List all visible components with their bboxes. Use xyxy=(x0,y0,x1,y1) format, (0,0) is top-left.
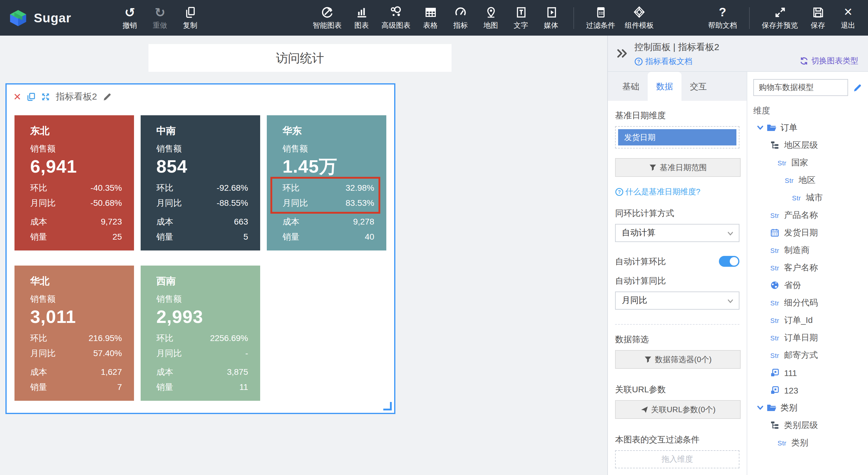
switch-chart-type-link[interactable]: 切换图表类型 xyxy=(800,56,858,66)
tool-label: 高级图表 xyxy=(381,21,410,31)
field-item-类别[interactable]: 类别 xyxy=(753,399,862,416)
field-item-细分代码[interactable]: Str细分代码 xyxy=(753,294,862,311)
row-label: 销量 xyxy=(282,229,300,245)
field-label: 地区层级 xyxy=(784,140,818,151)
settings-content: 基准日期维度 发货日期 基准日期范围 ? 什么是基准日期维度? 同环比计算方式 xyxy=(608,101,747,475)
bar-chart-tool[interactable]: 图表 xyxy=(346,5,377,31)
help-icon: ? xyxy=(719,5,726,19)
map-pin-tool[interactable]: 地图 xyxy=(476,5,506,31)
field-item-邮寄方式[interactable]: Str邮寄方式 xyxy=(753,346,862,364)
field-item-省份[interactable]: 省份 xyxy=(753,277,862,294)
field-item-订单日期[interactable]: Str订单日期 xyxy=(753,329,862,346)
card-row-成本: 成本9,723 xyxy=(30,214,122,229)
selected-widget[interactable]: ✕ 指标看板2 东北销售额6,941环比-40.35%月同比-50.68%成本9… xyxy=(5,83,395,414)
resize-handle-icon[interactable] xyxy=(383,402,392,410)
preview-tool[interactable]: 保存并预览 xyxy=(757,5,803,31)
row-label: 成本 xyxy=(156,214,173,229)
field-item-123[interactable]: 123 xyxy=(753,381,862,399)
field-label: 订单 xyxy=(780,122,797,133)
field-item-城市[interactable]: Str城市 xyxy=(753,189,862,207)
field-item-订单[interactable]: 订单 xyxy=(753,119,862,136)
url-param-button[interactable]: 关联URL参数(0个) xyxy=(615,400,741,419)
redo-tool[interactable]: ↻重做 xyxy=(145,5,175,31)
auto-yoy-select[interactable]: 月同比 xyxy=(615,291,739,310)
field-tree: 订单地区层级Str国家Str地区Str城市Str产品名称发货日期Str制造商St… xyxy=(753,119,862,451)
data-filter-button[interactable]: 数据筛选器(0个) xyxy=(615,350,741,369)
chevron-down-icon[interactable] xyxy=(757,124,764,131)
move-widget-icon[interactable] xyxy=(41,92,51,101)
tool-label: 复制 xyxy=(183,21,197,31)
smart-chart-tool[interactable]: 智能图表 xyxy=(308,5,346,31)
collapse-panel-icon[interactable] xyxy=(616,49,628,58)
tool-label: 组件模板 xyxy=(625,21,654,31)
card-row-环比: 环比216.95% xyxy=(30,331,122,346)
data-model-input[interactable]: 购物车数据模型 xyxy=(753,79,848,96)
undo-tool[interactable]: ↺撤销 xyxy=(115,5,145,31)
help-tool[interactable]: ?帮助文档 xyxy=(703,5,742,31)
filter-panel-tool[interactable]: 过滤条件 xyxy=(581,5,620,31)
card-row-销量: 销量5 xyxy=(156,229,248,245)
card-footer: 成本9,723销量25 xyxy=(30,214,122,245)
component-template-tool[interactable]: 组件模板 xyxy=(620,5,658,31)
toolbar-separator xyxy=(574,7,574,29)
field-item-发货日期[interactable]: 发货日期 xyxy=(753,224,862,242)
field-item-地区层级[interactable]: 地区层级 xyxy=(753,136,862,154)
field-label: 国家 xyxy=(791,157,808,168)
str-icon: Str xyxy=(770,299,780,306)
tab-数据[interactable]: 数据 xyxy=(648,72,681,101)
card-value: 6,941 xyxy=(30,156,122,177)
calc-method-select[interactable]: 自动计算 xyxy=(615,224,739,242)
field-item-类别层级[interactable]: 类别层级 xyxy=(753,416,862,434)
field-item-客户名称[interactable]: Str客户名称 xyxy=(753,259,862,277)
copy-tool[interactable]: 复制 xyxy=(175,5,205,31)
media-tool[interactable]: 媒体 xyxy=(536,5,566,31)
row-value: 216.95% xyxy=(88,331,122,346)
page-title-widget[interactable]: 访问统计 xyxy=(149,44,452,72)
auto-mom-toggle[interactable] xyxy=(719,256,739,267)
what-is-base-date-link[interactable]: ? 什么是基准日期维度? xyxy=(615,187,739,197)
save-tool[interactable]: 保存 xyxy=(803,5,833,31)
hierarchy-icon xyxy=(770,421,780,430)
text-tool[interactable]: 文字 xyxy=(506,5,536,31)
tab-交互[interactable]: 交互 xyxy=(681,72,715,101)
chevron-down-icon[interactable] xyxy=(757,404,764,411)
advanced-chart-icon xyxy=(389,5,403,19)
group-icon xyxy=(770,386,780,395)
field-item-地区[interactable]: Str地区 xyxy=(753,171,862,189)
advanced-chart-tool[interactable]: 高级图表 xyxy=(377,5,415,31)
copy-widget-icon[interactable] xyxy=(27,92,36,101)
text-icon xyxy=(515,5,527,19)
field-item-国家[interactable]: Str国家 xyxy=(753,154,862,171)
field-item-类别[interactable]: Str类别 xyxy=(753,434,862,451)
tab-基础[interactable]: 基础 xyxy=(614,72,648,101)
base-date-range-button[interactable]: 基准日期范围 xyxy=(615,158,741,177)
card-metric-label: 销售额 xyxy=(30,293,122,304)
field-item-111[interactable]: 111 xyxy=(753,364,862,381)
tool-label: 退出 xyxy=(841,21,855,31)
delete-widget-icon[interactable]: ✕ xyxy=(13,92,22,102)
edit-title-icon[interactable] xyxy=(103,92,112,101)
undo-icon: ↺ xyxy=(124,5,135,19)
widget-doc-link[interactable]: ? 指标看板文档 xyxy=(634,56,692,67)
row-label: 环比 xyxy=(282,181,300,195)
str-icon: Str xyxy=(770,264,780,271)
field-item-制造商[interactable]: Str制造商 xyxy=(753,242,862,259)
gauge-tool[interactable]: 指标 xyxy=(445,5,476,31)
card-value: 854 xyxy=(156,156,248,177)
metric-card-华北: 华北销售额3,011环比216.95%月同比57.40%成本1,627销量7 xyxy=(14,265,134,401)
interact-filter-dropzone[interactable]: 拖入维度 xyxy=(615,450,739,468)
field-item-订单_Id[interactable]: Str订单_Id xyxy=(753,311,862,329)
exit-tool[interactable]: ✕退出 xyxy=(833,5,863,31)
row-label: 销量 xyxy=(30,380,47,395)
row-value: -88.55% xyxy=(217,195,248,211)
field-label: 类别层级 xyxy=(784,420,818,431)
base-date-chip[interactable]: 发货日期 xyxy=(618,129,736,146)
row-value: 1,627 xyxy=(101,365,122,380)
field-item-产品名称[interactable]: Str产品名称 xyxy=(753,207,862,224)
str-icon: Str xyxy=(777,159,787,166)
table-tool[interactable]: 表格 xyxy=(415,5,445,31)
base-date-dropzone[interactable]: 发货日期 xyxy=(615,126,739,149)
panel-header: 控制面板 | 指标看板2 ? 指标看板文档 切换图表类型 xyxy=(608,36,868,72)
edit-model-icon[interactable] xyxy=(853,83,862,92)
str-icon: Str xyxy=(777,439,787,446)
